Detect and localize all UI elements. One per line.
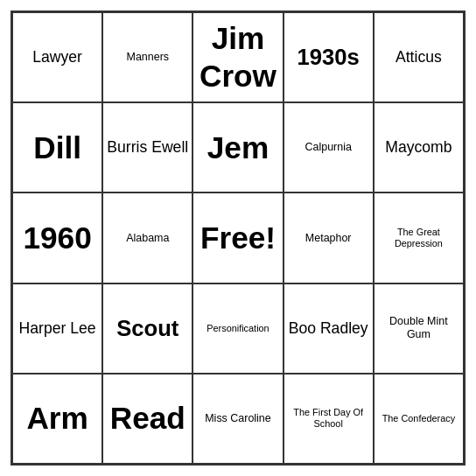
bingo-cell-14: The Great Depression [374, 192, 464, 283]
cell-text-18: Boo Radley [288, 319, 369, 338]
bingo-cell-9: Maycomb [374, 102, 464, 192]
bingo-cell-5: Dill [12, 102, 102, 192]
bingo-cell-2: Jim Crow [192, 12, 283, 102]
cell-text-23: The First Day Of School [288, 407, 369, 430]
bingo-cell-13: Metaphor [284, 192, 374, 283]
bingo-cell-4: Atticus [374, 12, 464, 102]
bingo-cell-0: Lawyer [12, 12, 102, 102]
cell-text-5: Dill [17, 130, 98, 166]
bingo-cell-16: Scout [102, 284, 192, 374]
bingo-cell-24: The Confederacy [374, 374, 464, 464]
bingo-cell-12: Free! [192, 192, 283, 283]
cell-text-12: Free! [197, 220, 278, 256]
cell-text-9: Maycomb [378, 138, 459, 157]
cell-text-14: The Great Depression [378, 227, 459, 249]
cell-text-4: Atticus [378, 48, 459, 66]
bingo-cell-22: Miss Caroline [192, 374, 283, 464]
bingo-cell-3: 1930s [284, 12, 374, 102]
bingo-cell-20: Arm [12, 374, 102, 464]
cell-text-20: Arm [17, 400, 98, 437]
cell-text-24: The Confederacy [378, 413, 459, 424]
bingo-cell-7: Jem [192, 102, 283, 192]
bingo-cell-18: Boo Radley [284, 284, 374, 374]
cell-text-15: Harper Lee [17, 319, 98, 338]
cell-text-2: Jim Crow [197, 20, 278, 94]
bingo-cell-15: Harper Lee [12, 284, 102, 374]
cell-text-19: Double Mint Gum [378, 315, 459, 341]
cell-text-11: Alabama [107, 232, 188, 245]
bingo-cell-17: Personification [192, 284, 283, 374]
bingo-cell-8: Calpurnia [284, 102, 374, 192]
cell-text-6: Burris Ewell [107, 138, 188, 157]
cell-text-16: Scout [107, 315, 188, 342]
bingo-cell-1: Manners [102, 12, 192, 102]
cell-text-22: Miss Caroline [197, 412, 278, 425]
bingo-cell-11: Alabama [102, 192, 192, 283]
cell-text-10: 1960 [17, 220, 98, 256]
cell-text-0: Lawyer [17, 48, 98, 66]
cell-text-21: Read [107, 400, 188, 437]
cell-text-1: Manners [107, 51, 188, 64]
bingo-cell-19: Double Mint Gum [374, 284, 464, 374]
bingo-card: LawyerMannersJim Crow1930sAtticusDillBur… [10, 10, 466, 466]
bingo-cell-6: Burris Ewell [102, 102, 192, 192]
cell-text-17: Personification [197, 323, 278, 334]
bingo-cell-10: 1960 [12, 192, 102, 283]
bingo-cell-21: Read [102, 374, 192, 464]
cell-text-7: Jem [197, 130, 278, 166]
cell-text-8: Calpurnia [288, 141, 369, 154]
cell-text-3: 1930s [288, 44, 369, 71]
bingo-cell-23: The First Day Of School [284, 374, 374, 464]
cell-text-13: Metaphor [288, 232, 369, 245]
